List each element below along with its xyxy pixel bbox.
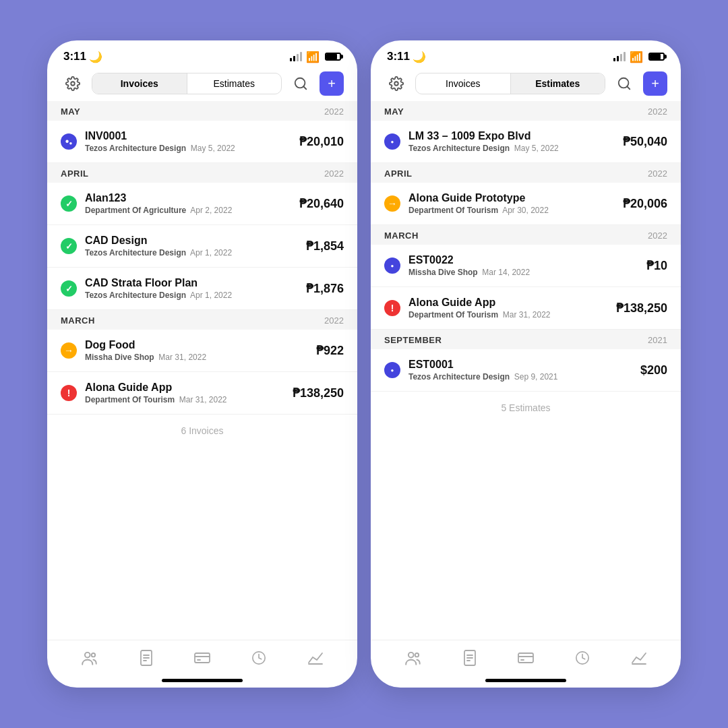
list-item[interactable]: ! Alona Guide App Department Of Tourism …: [371, 287, 681, 330]
list-item[interactable]: ✓ CAD Strata Floor Plan Tezos Architectu…: [47, 268, 357, 310]
tab-estimates-left[interactable]: Estimates: [187, 73, 282, 94]
nav-clock-left[interactable]: [245, 648, 273, 668]
list-item[interactable]: ✓ CAD Design Tezos Architecture Design A…: [47, 225, 357, 268]
nav-payments-right[interactable]: [511, 648, 541, 668]
list-item[interactable]: → Dog Food Missha Dive Shop Mar 31, 2022…: [47, 330, 357, 372]
tab-estimates-right[interactable]: Estimates: [511, 73, 605, 94]
svg-line-2: [303, 86, 306, 89]
item-info: Alona Guide App Department Of Tourism Ma…: [85, 382, 293, 404]
nav-invoices-left[interactable]: [133, 647, 160, 669]
section-month-april-right: APRIL: [384, 169, 413, 179]
item-amount: ₱20,010: [299, 134, 344, 149]
estimates-list-right: MAY 2022 ● LM 33 – 1009 Expo Blvd Tezos …: [371, 101, 681, 640]
section-year-april-left: 2022: [324, 169, 344, 179]
signal-icon-right: [613, 52, 626, 61]
list-item[interactable]: ● LM 33 – 1009 Expo Blvd Tezos Architect…: [371, 121, 681, 163]
list-item[interactable]: ● EST0001 Tezos Architecture Design Sep …: [371, 349, 681, 392]
search-button-left[interactable]: [289, 71, 313, 96]
signal-icon-left: [290, 52, 302, 61]
list-item[interactable]: → Alona Guide Prototype Department Of To…: [371, 183, 681, 225]
nav-clock-right[interactable]: [568, 648, 597, 668]
status-dot-green: ✓: [61, 195, 77, 212]
item-amount: ₱50,040: [623, 134, 667, 149]
tab-invoices-right[interactable]: Invoices: [416, 73, 510, 94]
item-sub: Missha Dive Shop Mar 14, 2022: [408, 268, 646, 277]
section-month-september-right: SEPTEMBER: [384, 335, 442, 345]
item-title: CAD Strata Floor Plan: [85, 277, 306, 289]
nav-invoices-right[interactable]: [456, 647, 483, 669]
item-title: LM 33 – 1009 Expo Blvd: [408, 130, 623, 142]
status-icons-left: 📶: [290, 51, 341, 63]
item-sub: Tezos Architecture Design May 5, 2022: [408, 144, 623, 153]
settings-button-left[interactable]: [61, 71, 85, 96]
nav-payments-left[interactable]: [187, 648, 217, 668]
item-info: Alan123 Department Of Agriculture Apr 2,…: [85, 192, 299, 215]
item-title: Alona Guide Prototype: [408, 192, 623, 204]
time-right: 3:11: [387, 50, 410, 63]
item-title: Alan123: [85, 192, 299, 204]
phones-container: 3:11 🌙 📶: [20, 13, 708, 715]
bottom-nav-left: [47, 640, 357, 673]
toolbar-right: Invoices Estimates +: [371, 66, 681, 101]
wifi-icon-right: 📶: [630, 51, 643, 63]
battery-icon-right: [648, 53, 665, 61]
footer-count-right: 5 Estimates: [371, 392, 681, 416]
svg-point-4: [92, 653, 95, 657]
item-amount: ₱922: [316, 343, 344, 358]
item-amount: ₱10: [646, 258, 667, 273]
section-header-may-left: MAY 2022: [47, 101, 357, 121]
tab-invoices-left[interactable]: Invoices: [92, 73, 187, 94]
nav-chart-right[interactable]: [624, 648, 654, 668]
section-header-march-left: MARCH 2022: [47, 310, 357, 330]
moon-icon-left: 🌙: [89, 51, 102, 63]
home-indicator-left: [47, 673, 357, 688]
bottom-nav-right: [371, 640, 681, 673]
section-year-march-right: 2022: [648, 231, 667, 241]
item-sub: Tezos Architecture Design Apr 1, 2022: [85, 248, 306, 257]
wifi-icon-left: 📶: [306, 51, 320, 63]
list-item[interactable]: ● EST0022 Missha Dive Shop Mar 14, 2022 …: [371, 245, 681, 287]
section-month-may-left: MAY: [61, 107, 80, 117]
status-dot-green: ✓: [61, 280, 77, 297]
status-icons-right: 📶: [613, 51, 665, 63]
list-item[interactable]: ! Alona Guide App Department Of Tourism …: [47, 372, 357, 415]
home-indicator-right: [371, 673, 681, 688]
item-title: Dog Food: [85, 339, 316, 351]
tab-group-left: Invoices Estimates: [92, 73, 282, 94]
nav-chart-left[interactable]: [301, 648, 330, 668]
list-item[interactable]: ✓ Alan123 Department Of Agriculture Apr …: [47, 183, 357, 225]
status-dot-green: ✓: [61, 238, 77, 254]
status-dot-red: !: [61, 385, 77, 401]
item-sub: Department Of Agriculture Apr 2, 2022: [85, 206, 299, 215]
section-header-april-left: APRIL 2022: [47, 163, 357, 183]
moon-icon-right: 🌙: [413, 51, 426, 63]
svg-rect-9: [195, 653, 210, 663]
item-info: INV0001 Tezos Architecture Design May 5,…: [85, 130, 299, 153]
item-sub: Tezos Architecture Design Sep 9, 2021: [408, 372, 640, 382]
svg-point-17: [408, 653, 414, 658]
status-bar-right: 3:11 🌙 📶: [371, 40, 681, 66]
item-info: EST0022 Missha Dive Shop Mar 14, 2022: [408, 254, 646, 277]
section-month-april-left: APRIL: [61, 169, 89, 179]
settings-button-right[interactable]: [384, 71, 408, 96]
item-info: CAD Strata Floor Plan Tezos Architecture…: [85, 277, 306, 300]
svg-point-0: [71, 82, 75, 86]
section-year-april-right: 2022: [648, 169, 667, 179]
item-title: Alona Guide App: [85, 382, 293, 394]
section-year-may-left: 2022: [324, 107, 344, 117]
nav-clients-left[interactable]: [74, 648, 105, 668]
section-month-march-right: MARCH: [384, 231, 419, 241]
add-button-right[interactable]: +: [643, 71, 667, 96]
item-amount: ₱138,250: [616, 301, 667, 315]
search-button-right[interactable]: [612, 71, 636, 96]
add-button-left[interactable]: +: [320, 71, 344, 96]
list-item[interactable]: ● INV0001 Tezos Architecture Design May …: [47, 121, 357, 163]
item-amount: ₱20,006: [623, 196, 667, 211]
status-bar-left: 3:11 🌙 📶: [47, 40, 357, 66]
item-info: Alona Guide App Department Of Tourism Ma…: [408, 297, 616, 320]
toolbar-left: Invoices Estimates +: [47, 66, 357, 101]
battery-icon-left: [325, 53, 341, 61]
item-title: EST0001: [408, 359, 640, 371]
item-info: Dog Food Missha Dive Shop Mar 31, 2022: [85, 339, 316, 362]
nav-clients-right[interactable]: [398, 648, 429, 668]
